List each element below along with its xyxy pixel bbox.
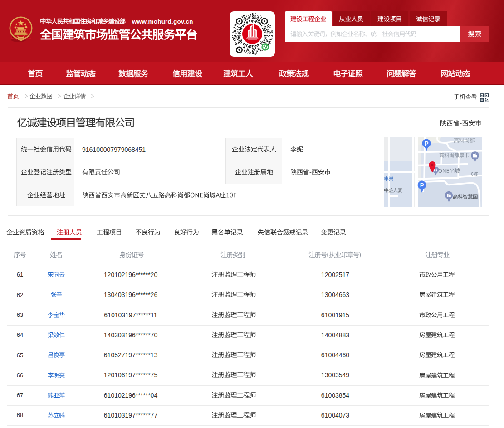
svg-text:P: P xyxy=(425,140,429,147)
svg-text:P: P xyxy=(420,182,424,189)
